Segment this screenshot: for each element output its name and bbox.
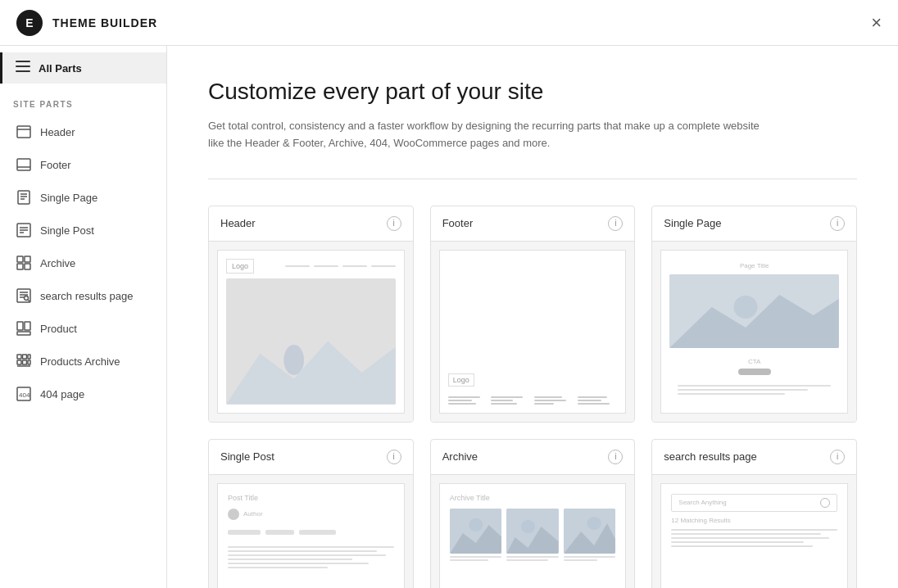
header-hero-area xyxy=(226,278,396,405)
sp-line xyxy=(678,389,808,391)
footer-line xyxy=(534,396,562,398)
spost-tag-3 xyxy=(299,530,336,535)
result-line xyxy=(671,541,804,543)
search-circle-icon xyxy=(820,498,830,508)
sp-cta-area: CTA xyxy=(669,353,839,380)
svg-point-47 xyxy=(521,520,535,533)
site-parts-section-label: SITE PARTS xyxy=(0,84,166,115)
close-button[interactable]: × xyxy=(871,14,882,32)
arch-line xyxy=(450,559,489,561)
footer-col-1 xyxy=(448,396,488,405)
result-line xyxy=(671,529,837,531)
sidebar-item-header[interactable]: Header xyxy=(0,115,166,148)
svg-rect-5 xyxy=(17,159,30,170)
single-page-preview: Page Title CTA xyxy=(660,250,848,414)
sidebar-item-single-post[interactable]: Single Post xyxy=(0,214,166,247)
sidebar-item-products-archive[interactable]: Products Archive xyxy=(0,345,166,378)
sidebar-item-product[interactable]: Product xyxy=(0,312,166,345)
header-preview-top: Logo xyxy=(226,259,396,274)
svg-rect-25 xyxy=(17,322,23,330)
archive-card-info[interactable]: i xyxy=(608,450,623,464)
footer-line xyxy=(448,396,480,398)
search-card-title: search results page xyxy=(664,450,756,463)
arch-line xyxy=(450,556,502,558)
svg-rect-26 xyxy=(25,322,30,330)
sp-hero-image xyxy=(669,274,839,348)
spost-line xyxy=(228,567,328,568)
svg-marker-37 xyxy=(226,341,396,405)
archive-item-lines-3 xyxy=(564,556,616,561)
sidebar-products-archive-label: Products Archive xyxy=(40,355,120,368)
footer-logo-preview: Logo xyxy=(448,373,474,387)
svg-rect-3 xyxy=(17,126,30,138)
sidebar-item-search-results[interactable]: search results page xyxy=(0,279,166,312)
search-card-info[interactable]: i xyxy=(830,450,845,464)
footer-line xyxy=(578,396,608,398)
footer-line xyxy=(491,403,517,405)
sidebar-all-parts[interactable]: All Parts xyxy=(0,52,166,84)
spost-line xyxy=(228,559,352,560)
card-header-search: search results page i xyxy=(652,440,856,475)
main-layout: All Parts SITE PARTS Header Footer xyxy=(0,46,898,588)
svg-rect-2 xyxy=(16,70,30,72)
archive-items-grid xyxy=(450,509,616,561)
all-parts-label: All Parts xyxy=(39,62,82,75)
app-title: THEME BUILDER xyxy=(52,16,157,29)
sidebar-item-single-page[interactable]: Single Page xyxy=(0,181,166,214)
svg-point-41 xyxy=(734,296,758,319)
svg-rect-29 xyxy=(23,355,27,359)
single-page-card-body: Page Title CTA xyxy=(652,242,856,422)
footer-line xyxy=(491,400,513,401)
result-line xyxy=(671,533,820,535)
result-line xyxy=(671,545,812,547)
sidebar-item-archive[interactable]: Archive xyxy=(0,247,166,279)
header-card-info[interactable]: i xyxy=(387,216,401,231)
header-card[interactable]: Header i Logo xyxy=(208,206,414,423)
content-area: Customize every part of your site Get to… xyxy=(167,46,898,588)
footer-logo-row: Logo xyxy=(448,373,618,387)
sidebar: All Parts SITE PARTS Header Footer xyxy=(0,46,167,588)
footer-card-title: Footer xyxy=(442,217,474,229)
archive-item-lines-1 xyxy=(450,556,502,561)
search-bar-preview: Search Anything xyxy=(671,494,837,512)
spost-line xyxy=(228,550,377,552)
page-description: Get total control, consistency and a fas… xyxy=(208,118,765,152)
single-page-card[interactable]: Single Page i Page Title xyxy=(651,206,857,423)
svg-rect-33 xyxy=(28,360,30,364)
footer-line xyxy=(448,400,472,401)
svg-rect-17 xyxy=(17,264,23,269)
single-post-card[interactable]: Single Post i Post Title Author xyxy=(208,439,414,588)
nav-line-4 xyxy=(371,265,396,267)
spost-content-lines xyxy=(228,546,394,568)
sidebar-item-404[interactable]: 404 404 page xyxy=(0,378,166,410)
footer-card[interactable]: Footer i Logo xyxy=(430,206,636,423)
single-page-card-info[interactable]: i xyxy=(830,216,845,231)
sidebar-product-label: Product xyxy=(40,323,77,335)
card-header-header: Header i xyxy=(209,206,413,242)
spost-line xyxy=(228,546,394,548)
single-post-card-info[interactable]: i xyxy=(387,450,401,464)
result-line xyxy=(671,537,829,539)
svg-rect-1 xyxy=(16,66,30,67)
card-header-single-page: Single Page i xyxy=(652,206,856,242)
svg-rect-15 xyxy=(17,256,23,262)
spost-tag-lines xyxy=(228,530,394,535)
footer-line xyxy=(578,400,601,401)
archive-card[interactable]: Archive i Archive Title xyxy=(430,439,636,588)
footer-col-3 xyxy=(534,396,574,405)
top-bar: E THEME BUILDER × xyxy=(0,0,898,46)
single-page-icon xyxy=(16,189,32,206)
search-placeholder-preview: Search Anything xyxy=(678,499,820,506)
nav-line-2 xyxy=(314,265,338,267)
header-preview: Logo xyxy=(217,250,405,414)
footer-links-grid xyxy=(448,396,618,405)
sidebar-item-footer[interactable]: Footer xyxy=(0,148,166,181)
single-post-icon xyxy=(16,222,32,238)
footer-card-info[interactable]: i xyxy=(608,216,623,231)
arch-line xyxy=(506,559,548,561)
card-header-archive: Archive i xyxy=(431,440,635,475)
sp-cta-text: CTA xyxy=(748,358,760,365)
search-results-card[interactable]: search results page i Search Anything 12… xyxy=(651,439,857,588)
archive-item-3 xyxy=(564,509,616,561)
archive-item-img-1 xyxy=(450,509,502,554)
